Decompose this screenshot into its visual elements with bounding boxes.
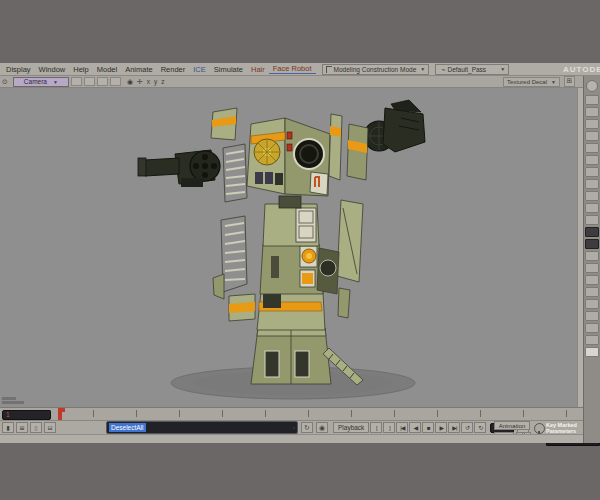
menu-simulate[interactable]: Simulate: [210, 65, 247, 74]
3d-viewport[interactable]: [0, 88, 583, 407]
right-panel: [583, 76, 600, 443]
camera-menu-icon[interactable]: ⊙: [2, 78, 8, 85]
hud-text: [2, 396, 24, 404]
menu-animate[interactable]: Animate: [121, 65, 157, 74]
last-frame-button[interactable]: ▶|: [448, 422, 460, 433]
menu-ice[interactable]: ICE: [189, 65, 210, 74]
right-panel-button[interactable]: [585, 251, 599, 261]
timeline[interactable]: 1: [0, 407, 600, 420]
keyframe-key-icon[interactable]: [534, 423, 545, 434]
screenshot-stage: Display Window Help Model Animate Render…: [0, 0, 600, 500]
axis-x-toggle[interactable]: x: [147, 78, 150, 85]
mech-lower-torso: [257, 292, 325, 330]
memo-cam-button-3[interactable]: [97, 77, 108, 86]
chevron-down-icon: ▼: [420, 66, 425, 72]
script-refresh-icon[interactable]: ↻: [301, 422, 313, 433]
right-panel-button[interactable]: [585, 323, 599, 333]
mech-mid-torso: [260, 244, 323, 294]
playhead[interactable]: [58, 408, 62, 420]
mech-base: [251, 328, 331, 384]
menu-bar: Display Window Help Model Animate Render…: [0, 63, 600, 76]
axis-z-toggle[interactable]: z: [161, 78, 164, 85]
mech-head: [247, 118, 330, 196]
autodesk-brand-text: AUTODESK: [563, 65, 600, 74]
memo-cam-button-4[interactable]: [110, 77, 121, 86]
right-panel-button[interactable]: [585, 107, 599, 117]
play-backward-button[interactable]: ◀: [409, 422, 421, 433]
axis-y-toggle[interactable]: y: [154, 78, 157, 85]
chevron-down-icon: ▼: [551, 79, 556, 85]
right-panel-button[interactable]: [585, 239, 599, 249]
status-bar: [0, 434, 600, 443]
right-panel-button[interactable]: [585, 335, 599, 345]
mech-chest: [263, 196, 319, 246]
right-weapon: [364, 100, 425, 152]
stop-button[interactable]: ■: [422, 422, 434, 433]
viewport-layout-icon[interactable]: ⊞: [564, 76, 575, 87]
memo-cam-button-1[interactable]: [71, 77, 82, 86]
show-eye-icon[interactable]: ◉: [127, 78, 133, 85]
memo-cam-button-2[interactable]: [84, 77, 95, 86]
menu-face-robot[interactable]: Face Robot: [269, 64, 316, 74]
right-panel-button[interactable]: [585, 287, 599, 297]
viewport-header: ⊙ Camera ▼ ◉ ✛ x y z Textured Decal ▼ ⊞: [0, 76, 583, 88]
pass-icon: ⌁: [441, 66, 445, 73]
layout-vert-button[interactable]: ▯: [30, 422, 42, 433]
playback-menu-button[interactable]: Playback: [333, 422, 369, 433]
render-pass-label: Default_Pass: [447, 66, 486, 73]
construction-mode-dropdown[interactable]: Modeling Construction Mode ▼: [322, 64, 430, 75]
layout-mixed-button[interactable]: ⊟: [44, 422, 56, 433]
transform-icon[interactable]: ✛: [137, 78, 143, 85]
construction-mode-icon: [326, 66, 332, 73]
right-panel-button[interactable]: [585, 131, 599, 141]
camera-select[interactable]: Camera ▼: [13, 77, 69, 87]
right-panel-button[interactable]: [585, 179, 599, 189]
right-panel-button[interactable]: [585, 191, 599, 201]
right-panel-knob[interactable]: [586, 80, 598, 92]
right-panel-button[interactable]: [585, 119, 599, 129]
display-mode-dropdown[interactable]: Textured Decal ▼: [503, 77, 560, 87]
frame-out-button[interactable]: ]: [383, 422, 395, 433]
right-panel-button[interactable]: [585, 311, 599, 321]
frame-in-button[interactable]: [: [370, 422, 382, 433]
right-panel-button[interactable]: [585, 95, 599, 105]
camera-select-label: Camera: [24, 78, 47, 85]
loop-button[interactable]: ↺: [461, 422, 473, 433]
chevron-down-icon: ▼: [53, 79, 58, 85]
animation-menu-button[interactable]: Animation: [494, 421, 530, 430]
menu-render[interactable]: Render: [157, 65, 190, 74]
timeline-ticks: [50, 410, 598, 417]
right-panel-button[interactable]: [585, 215, 599, 225]
right-panel-button[interactable]: [585, 275, 599, 285]
menu-help[interactable]: Help: [69, 65, 92, 74]
right-panel-button[interactable]: [585, 167, 599, 177]
layout-single-button[interactable]: ▮: [2, 422, 14, 433]
display-mode-label: Textured Decal: [507, 79, 547, 85]
last-command-text: DeselectAll: [109, 423, 146, 432]
repeat-button[interactable]: ↻: [474, 422, 486, 433]
menu-window[interactable]: Window: [35, 65, 70, 74]
construction-mode-label: Modeling Construction Mode: [334, 66, 417, 73]
mech-model: [133, 96, 433, 406]
menu-model[interactable]: Model: [93, 65, 121, 74]
play-button[interactable]: ▶: [435, 422, 447, 433]
script-command-line[interactable]: DeselectAll ◦: [106, 421, 298, 434]
right-panel-button[interactable]: [585, 203, 599, 213]
application-window: Display Window Help Model Animate Render…: [0, 63, 600, 443]
right-panel-button[interactable]: [585, 227, 599, 237]
first-frame-button[interactable]: |◀: [396, 422, 408, 433]
right-panel-button[interactable]: [585, 263, 599, 273]
right-panel-button[interactable]: [585, 299, 599, 309]
menu-display[interactable]: Display: [2, 65, 35, 74]
flipbook-capture-icon[interactable]: ◉: [316, 422, 328, 433]
layout-quad-button[interactable]: ⊞: [16, 422, 28, 433]
right-panel-button[interactable]: [585, 143, 599, 153]
chevron-down-icon: ▼: [500, 66, 505, 72]
command-line-dot-icon: ◦: [293, 425, 295, 431]
right-panel-button[interactable]: [585, 155, 599, 165]
menu-hair[interactable]: Hair: [247, 65, 269, 74]
render-pass-dropdown[interactable]: ⌁ Default_Pass ▼: [435, 64, 509, 75]
left-gun-turret: [138, 148, 225, 187]
current-frame-display[interactable]: 1: [2, 410, 51, 420]
right-panel-button[interactable]: [585, 347, 599, 357]
